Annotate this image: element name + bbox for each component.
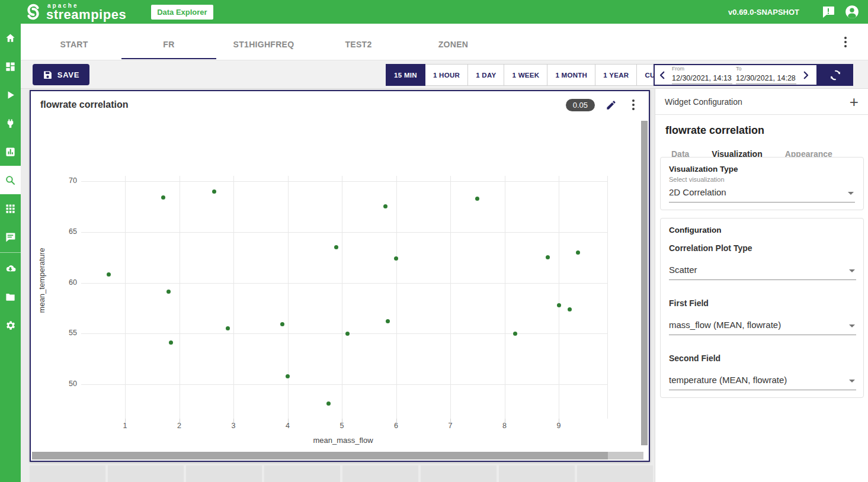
explorer-tab-test2[interactable]: TEST2 [311, 30, 406, 59]
bar-chart-icon [5, 146, 16, 158]
placeholder-tile [186, 465, 262, 482]
save-icon [43, 70, 53, 80]
first-field-select[interactable]: mass_flow (MEAN, flowrate) [669, 316, 856, 335]
brand-streampipes: streampipes [46, 8, 126, 21]
streampipes-logo[interactable]: apache streampipes [24, 2, 126, 21]
x-tick-label: 3 [222, 422, 245, 430]
horizontal-scrollbar-thumb[interactable] [32, 452, 608, 459]
scatter-point [212, 189, 216, 194]
top-app-bar: apache streampipes Data Explorer v0.69.0… [0, 0, 868, 24]
widget-configuration-panel: Widget Configuration + flowrate correlat… [655, 89, 868, 482]
y-tick-label: 50 [53, 380, 77, 388]
scatter-point [280, 322, 284, 326]
explorer-tab-start[interactable]: START [27, 30, 121, 59]
placeholder-tile [108, 465, 184, 482]
home-icon [5, 33, 16, 44]
scatter-point [169, 340, 173, 345]
to-date-input[interactable] [736, 74, 796, 84]
sidebar-item-data-explorer[interactable] [0, 166, 21, 194]
placeholder-tile [421, 465, 497, 482]
x-tick-label: 7 [438, 422, 462, 430]
time-range-15-min[interactable]: 15 MIN [386, 64, 425, 86]
placeholder-tile [499, 465, 575, 482]
scatter-point [286, 374, 290, 378]
dashboard-icon [5, 61, 16, 72]
time-range-1-year[interactable]: 1 YEAR [595, 64, 637, 86]
sidebar-item-notifications[interactable] [0, 223, 21, 251]
configuration-card: Configuration Correlation Plot Type Scat… [660, 218, 864, 398]
time-range-1-week[interactable]: 1 WEEK [504, 64, 547, 86]
scatter-point [394, 256, 398, 261]
gridline-y [81, 384, 607, 385]
x-axis-label: mean_mass_flow [266, 436, 420, 445]
placeholder-tile [30, 465, 105, 482]
plot-type-select[interactable]: Scatter [669, 261, 856, 280]
feedback-icon[interactable] [821, 4, 836, 20]
config-widget-title: flowrate correlation [665, 124, 764, 137]
gridline-x [505, 176, 505, 419]
time-range-1-day[interactable]: 1 DAY [468, 64, 504, 86]
visualization-type-select[interactable]: 2D Correlation [669, 184, 855, 203]
chevron-down-icon [848, 192, 854, 195]
previous-range-icon[interactable] [655, 65, 670, 85]
next-range-icon[interactable] [798, 65, 813, 85]
placeholder-tile [264, 465, 340, 482]
vertical-scrollbar[interactable] [641, 121, 648, 445]
save-button[interactable]: SAVE [33, 64, 89, 85]
account-icon[interactable] [844, 4, 860, 20]
visualization-type-heading: Visualization Type [669, 165, 855, 173]
explorer-tab-st1highfreq[interactable]: ST1HIGHFREQ [216, 30, 311, 59]
scatter-point [568, 307, 572, 311]
scatter-point [513, 332, 517, 336]
gridline-y [81, 283, 607, 284]
date-range-picker: From To [654, 64, 818, 86]
play-icon [5, 89, 16, 101]
y-tick-label: 60 [53, 278, 77, 287]
scatter-point [107, 272, 111, 277]
scatter-point [386, 319, 390, 323]
sidebar-item-home[interactable] [0, 24, 21, 52]
sidebar-item-apps[interactable] [0, 194, 21, 223]
to-date-field: To [736, 66, 796, 84]
from-date-input[interactable] [672, 74, 732, 84]
time-range-1-hour[interactable]: 1 HOUR [425, 64, 468, 86]
plot-type-label: Correlation Plot Type [669, 243, 752, 253]
tabbar-kebab-icon[interactable] [838, 32, 853, 52]
gear-icon [5, 320, 16, 331]
scatter-point [576, 250, 580, 255]
sidebar-item-live-dashboard[interactable] [0, 137, 21, 166]
gridline-x [396, 176, 397, 419]
first-field-label: First Field [669, 298, 709, 308]
sidebar-item-files[interactable] [0, 282, 21, 311]
visualization-type-card: Visualization Type Select visualization … [660, 157, 864, 210]
explorer-tab-zonen[interactable]: ZONEN [406, 30, 501, 59]
chevron-down-icon [849, 380, 855, 383]
horizontal-scrollbar-track[interactable] [32, 452, 643, 459]
sidebar-item-pipelines[interactable] [0, 81, 21, 109]
refresh-button[interactable] [818, 64, 853, 86]
explorer-toolbar: SAVE 15 MIN1 HOUR1 DAY1 WEEK1 MONTH1 YEA… [21, 60, 868, 89]
search-icon [5, 175, 16, 186]
to-label: To [736, 66, 796, 72]
from-date-field: From [672, 66, 732, 84]
sidebar-item-settings[interactable] [0, 311, 21, 339]
sidebar-item-dashboard[interactable] [0, 52, 21, 81]
add-widget-icon[interactable]: + [850, 94, 859, 110]
scatter-point [383, 204, 387, 208]
y-tick-label: 65 [53, 227, 77, 236]
x-tick-label: 1 [113, 422, 137, 430]
gridline-x [342, 176, 342, 419]
sidebar-item-connect[interactable] [0, 109, 21, 137]
gridline-x [180, 176, 180, 419]
sidebar-item-install[interactable] [0, 254, 21, 282]
streampipes-logo-icon [24, 2, 43, 21]
gridline-x [233, 176, 234, 419]
version-label: v0.69.0-SNAPSHOT [728, 8, 799, 17]
explorer-tab-fr[interactable]: FR [121, 30, 216, 59]
configuration-heading: Configuration [669, 226, 855, 234]
second-field-select[interactable]: temperature (MEAN, flowrate) [669, 371, 856, 390]
scatter-point [345, 332, 350, 336]
second-field-label: Second Field [669, 354, 720, 363]
scatter-plot: mean_temperature mean_mass_flow 70656055… [31, 91, 649, 461]
time-range-1-month[interactable]: 1 MONTH [547, 64, 595, 86]
